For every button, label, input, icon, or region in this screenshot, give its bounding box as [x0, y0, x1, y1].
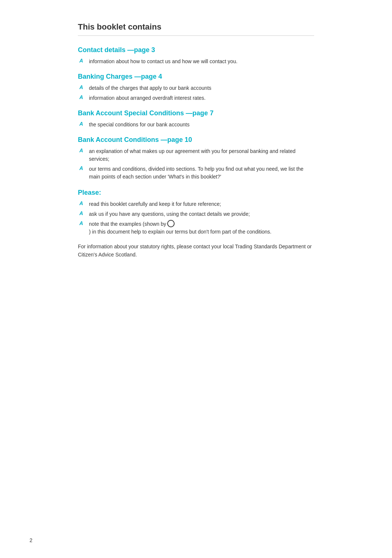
bank-account-conditions-item-1: an explanation of what makes up our agre… [89, 147, 314, 163]
bank-account-conditions-item-2: our terms and conditions, divided into s… [89, 165, 314, 181]
bank-account-special-conditions-section: Bank Account Special Conditions —page 7 … [78, 109, 314, 129]
contact-details-item-1: information about how to contact us and … [89, 58, 237, 65]
main-title: This booklet contains [78, 22, 314, 36]
list-item: A information about arranged overdraft i… [78, 94, 314, 102]
list-marker-a: A [79, 200, 85, 206]
bank-account-special-conditions-item-1: the special conditions for our bank acco… [89, 121, 189, 129]
bank-account-conditions-heading-text: Bank Account Conditions —page 10 [78, 136, 192, 143]
banking-charges-item-1: details of the charges that apply to our… [89, 84, 212, 92]
list-marker-a: A [79, 121, 85, 127]
bank-account-conditions-heading: Bank Account Conditions —page 10 [78, 136, 314, 144]
page-number: 2 [30, 537, 32, 543]
list-marker-a: A [79, 94, 85, 100]
contact-details-heading-text: Contact details —page 3 [78, 46, 155, 54]
banking-charges-section: Banking Charges —page 4 A details of the… [78, 73, 314, 102]
please-item-3-text-before: note that the examples (shown by [89, 220, 166, 228]
list-marker-a: A [79, 84, 85, 90]
contact-details-section: Contact details —page 3 A information ab… [78, 46, 314, 65]
list-marker-a: A [79, 58, 85, 64]
please-section: Please: A read this booklet carefully an… [78, 189, 314, 236]
please-item-1: read this booklet carefully and keep it … [89, 200, 221, 208]
footer-statutory-rights: For information about your statutory rig… [78, 242, 314, 259]
banking-charges-heading: Banking Charges —page 4 [78, 73, 314, 81]
list-item: A the special conditions for our bank ac… [78, 121, 314, 129]
banking-charges-heading-text: Banking Charges —page 4 [78, 73, 162, 80]
list-item: A details of the charges that apply to o… [78, 84, 314, 92]
please-item-3-container: note that the examples (shown by ) in th… [89, 220, 314, 236]
circle-icon [167, 220, 175, 227]
list-item: A ask us if you have any questions, usin… [78, 210, 314, 218]
please-item-2: ask us if you have any questions, using … [89, 210, 250, 218]
list-item: A read this booklet carefully and keep i… [78, 200, 314, 208]
bank-account-special-conditions-heading: Bank Account Special Conditions —page 7 [78, 109, 314, 117]
list-item: A our terms and conditions, divided into… [78, 165, 314, 181]
list-marker-a: A [79, 165, 85, 171]
please-heading-text: Please: [78, 189, 101, 196]
page-container: This booklet contains Contact details —p… [48, 0, 344, 289]
list-item: A information about how to contact us an… [78, 58, 314, 65]
banking-charges-item-2: information about arranged overdraft int… [89, 94, 206, 102]
bank-account-conditions-section: Bank Account Conditions —page 10 A an ex… [78, 136, 314, 181]
please-item-3-text-after: ) in this document help to explain our t… [89, 228, 272, 236]
contact-details-heading: Contact details —page 3 [78, 46, 314, 54]
list-marker-a: A [79, 210, 85, 216]
list-item: A an explanation of what makes up our ag… [78, 147, 314, 163]
bank-account-special-conditions-heading-text: Bank Account Special Conditions —page 7 [78, 109, 213, 117]
list-item: A note that the examples (shown by ) in … [78, 220, 314, 236]
list-marker-a: A [79, 220, 85, 226]
list-marker-a: A [79, 147, 85, 153]
please-heading: Please: [78, 189, 314, 197]
